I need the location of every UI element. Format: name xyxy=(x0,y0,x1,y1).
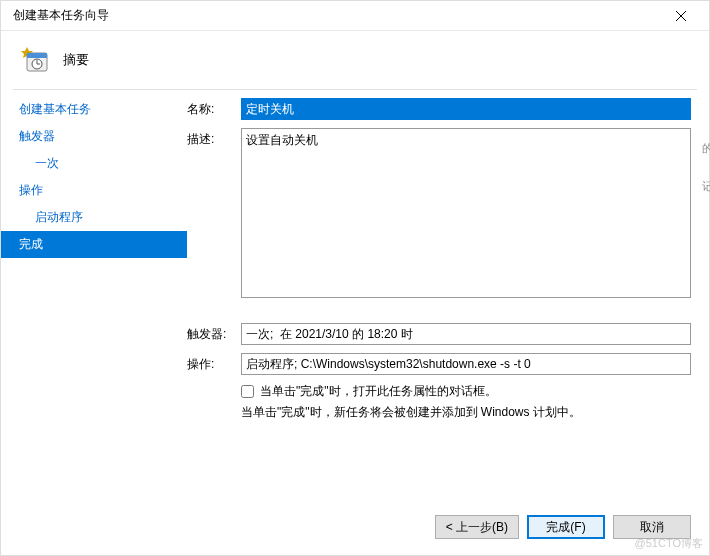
open-properties-checkbox[interactable] xyxy=(241,385,254,398)
edge-text-1: 的 xyxy=(702,141,710,156)
summary-icon xyxy=(19,45,49,75)
sidebar-item-start-program[interactable]: 启动程序 xyxy=(1,204,187,231)
svg-rect-2 xyxy=(27,53,47,58)
sidebar-item-create-task[interactable]: 创建基本任务 xyxy=(1,96,187,123)
desc-label: 描述: xyxy=(187,128,241,148)
finish-button[interactable]: 完成(F) xyxy=(527,515,605,539)
action-field xyxy=(241,353,691,375)
sidebar-item-action[interactable]: 操作 xyxy=(1,177,187,204)
main-panel: 名称: 描述: 设置自动关机 触发器: 操作: xyxy=(187,90,709,492)
window-title: 创建基本任务向导 xyxy=(13,7,109,24)
page-title: 摘要 xyxy=(63,51,89,69)
trigger-label: 触发器: xyxy=(187,323,241,343)
watermark: @51CTO博客 xyxy=(635,536,703,551)
desc-input[interactable]: 设置自动关机 xyxy=(241,128,691,298)
back-button[interactable]: < 上一步(B) xyxy=(435,515,519,539)
sidebar-item-once[interactable]: 一次 xyxy=(1,150,187,177)
edge-text-2: 记 xyxy=(702,179,710,194)
sidebar: 创建基本任务 触发器 一次 操作 启动程序 完成 xyxy=(1,90,187,492)
wizard-window: 创建基本任务向导 摘要 创建基本任务 触发器 一次 操作 启动程序 完成 xyxy=(0,0,710,556)
sidebar-item-trigger[interactable]: 触发器 xyxy=(1,123,187,150)
close-icon xyxy=(676,11,686,21)
name-input[interactable] xyxy=(241,98,691,120)
action-label: 操作: xyxy=(187,353,241,373)
sidebar-item-finish[interactable]: 完成 xyxy=(1,231,187,258)
wizard-header: 摘要 xyxy=(1,31,709,89)
titlebar: 创建基本任务向导 xyxy=(1,1,709,31)
wizard-body: 创建基本任务 触发器 一次 操作 启动程序 完成 名称: 描述: 设置自动关机 xyxy=(1,90,709,492)
checkbox-label: 当单击"完成"时，打开此任务属性的对话框。 xyxy=(260,383,497,400)
name-label: 名称: xyxy=(187,98,241,118)
info-text: 当单击"完成"时，新任务将会被创建并添加到 Windows 计划中。 xyxy=(241,404,691,421)
trigger-field xyxy=(241,323,691,345)
close-button[interactable] xyxy=(661,1,701,30)
